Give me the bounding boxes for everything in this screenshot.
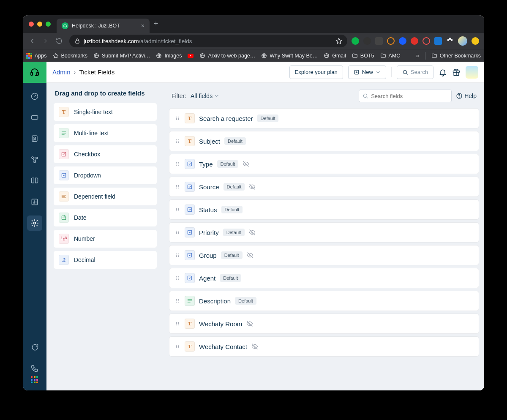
bookmark-label: Images — [164, 53, 182, 59]
svg-point-72 — [178, 255, 179, 256]
svg-point-28 — [176, 117, 177, 117]
extension-icon[interactable] — [411, 37, 418, 45]
notifications-icon[interactable] — [439, 68, 447, 76]
browser-tab[interactable]: Helpdesk : Juzi.BOT × — [57, 19, 150, 33]
field-row[interactable]: TWechaty Contact — [169, 336, 479, 357]
fields-search[interactable] — [359, 90, 452, 102]
field-row[interactable]: SourceDefault — [169, 177, 479, 197]
bookmark-item[interactable]: Submit MVP Activi… — [93, 53, 150, 59]
window-zoom[interactable] — [46, 22, 51, 27]
bookmark-item[interactable]: Images — [156, 53, 182, 59]
new-tab-button[interactable]: + — [154, 19, 158, 29]
extension-icon[interactable] — [375, 37, 383, 45]
bookmark-item[interactable]: Why Swift May Be… — [261, 53, 318, 59]
field-type-date[interactable]: Date — [53, 208, 157, 227]
extension-icon[interactable] — [363, 37, 371, 45]
rail-analytics[interactable] — [27, 194, 42, 210]
rail-admin[interactable] — [27, 215, 42, 231]
bookmark-item[interactable]: Arxiv to web page… — [199, 53, 255, 59]
bookmark-item[interactable]: Gmail — [324, 53, 346, 59]
drag-handle-icon[interactable] — [174, 298, 180, 303]
app-logo[interactable] — [23, 62, 46, 83]
forward-button[interactable] — [40, 35, 52, 47]
extension-icon[interactable] — [434, 37, 442, 45]
window-minimize[interactable] — [37, 22, 42, 27]
extensions-menu-icon[interactable] — [446, 37, 454, 45]
drag-handle-icon[interactable] — [174, 344, 180, 349]
rail-dashboard[interactable] — [27, 89, 42, 104]
window-close[interactable] — [29, 22, 34, 27]
field-name: Priority — [199, 229, 219, 236]
field-row[interactable]: DescriptionDefault — [169, 291, 479, 311]
breadcrumb-root[interactable]: Admin — [52, 68, 71, 76]
star-icon[interactable] — [335, 38, 342, 44]
field-row[interactable]: TypeDefault — [169, 154, 479, 174]
help-link[interactable]: Help — [456, 93, 477, 99]
svg-point-55 — [176, 209, 177, 210]
field-type-number[interactable]: 123Number — [53, 229, 157, 248]
bookmark-label: Bookmarks — [61, 53, 88, 59]
drag-handle-icon[interactable] — [174, 275, 180, 281]
profile-avatar[interactable] — [458, 36, 467, 46]
field-row[interactable]: PriorityDefault — [169, 222, 479, 243]
hidden-icon — [249, 183, 256, 190]
back-button[interactable] — [26, 35, 38, 47]
tab-close-icon[interactable]: × — [141, 22, 144, 29]
extension-icon[interactable] — [422, 37, 430, 45]
rail-tickets[interactable] — [27, 110, 42, 125]
drag-handle-icon[interactable] — [174, 184, 180, 189]
app-root: Admin › Ticket Fields Explore your plan … — [23, 62, 484, 390]
search-input[interactable] — [371, 93, 448, 99]
extension-icon[interactable] — [387, 37, 395, 45]
field-type-checkbox[interactable]: Checkbox — [53, 145, 157, 164]
field-types-panel: Drag and drop to create fields TSingle-l… — [46, 83, 164, 390]
field-row[interactable]: AgentDefault — [169, 268, 479, 288]
bookmark-folder[interactable]: BOT5 — [352, 53, 374, 59]
field-type-dependent[interactable]: Dependent field — [53, 187, 157, 206]
field-row[interactable]: GroupDefault — [169, 245, 479, 265]
field-type-dropdown[interactable]: Dropdown — [53, 166, 157, 185]
address-bar[interactable]: juzibot.freshdesk.com/a/admin/ticket_fie… — [69, 35, 347, 47]
filter-dropdown[interactable]: All fields — [191, 93, 219, 99]
drag-handle-icon[interactable] — [174, 116, 180, 121]
bookmark-folder[interactable]: AMC — [380, 53, 401, 59]
drag-handle-icon[interactable] — [174, 253, 180, 258]
gift-icon[interactable] — [452, 68, 461, 76]
drag-handle-icon[interactable] — [174, 161, 180, 166]
svg-point-56 — [176, 210, 177, 211]
bookmark-item[interactable]: Bookmarks — [53, 53, 88, 59]
extension-icon[interactable] — [399, 37, 406, 45]
apps-shortcut[interactable]: Apps — [26, 53, 47, 59]
field-row[interactable]: StatusDefault — [169, 199, 479, 220]
rail-contacts[interactable] — [27, 131, 42, 146]
field-row[interactable]: TSubjectDefault — [169, 131, 479, 151]
drag-handle-icon[interactable] — [174, 321, 180, 326]
field-type-multiline[interactable]: Multi-line text — [53, 124, 157, 142]
rail-apps[interactable] — [31, 376, 38, 384]
field-row[interactable]: TWechaty Room — [169, 314, 479, 334]
explore-plan-button[interactable]: Explore your plan — [289, 65, 343, 79]
rail-chat[interactable] — [27, 340, 42, 355]
extension-icon[interactable] — [472, 37, 479, 45]
drag-handle-icon[interactable] — [174, 230, 180, 235]
reload-button[interactable] — [53, 35, 65, 47]
field-row[interactable]: TSearch a requesterDefault — [169, 108, 479, 128]
new-button[interactable]: New — [348, 65, 386, 79]
drag-handle-icon[interactable] — [174, 139, 180, 144]
rail-solutions[interactable] — [27, 173, 42, 188]
svg-point-13 — [34, 137, 35, 139]
rail-social[interactable] — [27, 152, 42, 167]
other-bookmarks[interactable]: Other Bookmarks — [431, 53, 481, 59]
svg-point-69 — [176, 255, 177, 256]
field-type-decimal[interactable]: .2Decimal — [53, 251, 157, 269]
drag-handle-icon[interactable] — [174, 207, 180, 212]
field-type-text[interactable]: TSingle-line text — [53, 103, 157, 121]
extension-icon[interactable] — [352, 37, 359, 45]
search-button[interactable]: Search — [397, 65, 433, 79]
rail-phone[interactable] — [27, 361, 42, 376]
svg-point-76 — [176, 278, 177, 278]
user-avatar[interactable] — [466, 66, 478, 79]
field-name: Agent — [199, 275, 215, 282]
bookmark-item[interactable] — [188, 54, 194, 58]
bookmarks-overflow[interactable]: » — [416, 53, 419, 59]
